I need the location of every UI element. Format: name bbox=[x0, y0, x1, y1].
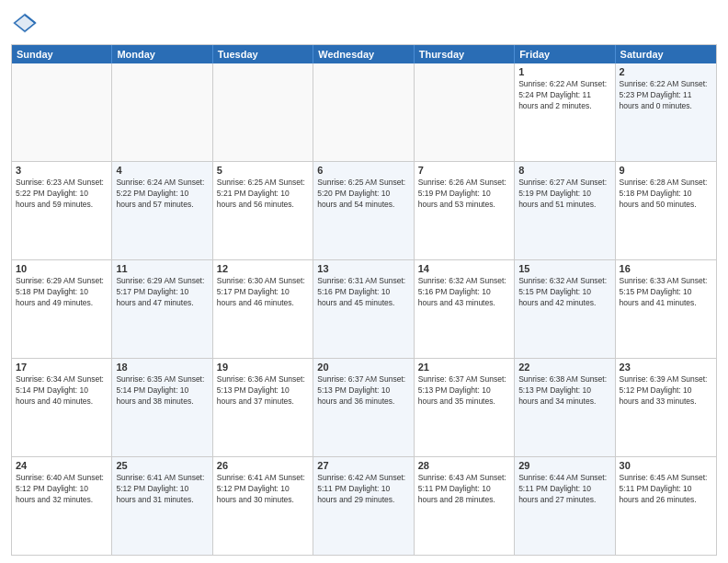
calendar-cell: 15Sunrise: 6:32 AM Sunset: 5:15 PM Dayli… bbox=[515, 260, 615, 358]
calendar-body: 1Sunrise: 6:22 AM Sunset: 5:24 PM Daylig… bbox=[12, 63, 716, 555]
day-number: 18 bbox=[116, 362, 208, 373]
day-number: 11 bbox=[116, 263, 208, 274]
cell-detail: Sunrise: 6:38 AM Sunset: 5:13 PM Dayligh… bbox=[518, 374, 610, 408]
day-number: 4 bbox=[116, 165, 208, 176]
day-number: 3 bbox=[16, 165, 108, 176]
calendar-cell: 11Sunrise: 6:29 AM Sunset: 5:17 PM Dayli… bbox=[112, 260, 212, 358]
calendar-header: SundayMondayTuesdayWednesdayThursdayFrid… bbox=[12, 45, 716, 63]
day-number: 2 bbox=[620, 66, 712, 77]
calendar-cell: 24Sunrise: 6:40 AM Sunset: 5:12 PM Dayli… bbox=[12, 457, 112, 555]
empty-cell bbox=[112, 63, 212, 161]
cell-detail: Sunrise: 6:29 AM Sunset: 5:18 PM Dayligh… bbox=[16, 276, 108, 309]
day-number: 16 bbox=[620, 263, 712, 274]
day-number: 25 bbox=[116, 460, 208, 471]
weekday-header: Tuesday bbox=[213, 45, 313, 63]
day-number: 12 bbox=[217, 263, 309, 274]
weekday-header: Sunday bbox=[12, 45, 112, 63]
day-number: 13 bbox=[317, 263, 409, 274]
day-number: 6 bbox=[317, 165, 409, 176]
calendar-row: 3Sunrise: 6:23 AM Sunset: 5:22 PM Daylig… bbox=[12, 161, 716, 259]
day-number: 28 bbox=[418, 460, 510, 471]
empty-cell bbox=[213, 63, 313, 161]
calendar-cell: 21Sunrise: 6:37 AM Sunset: 5:13 PM Dayli… bbox=[415, 359, 515, 456]
weekday-header: Monday bbox=[112, 45, 212, 63]
calendar-cell: 13Sunrise: 6:31 AM Sunset: 5:16 PM Dayli… bbox=[313, 260, 414, 358]
calendar-cell: 9Sunrise: 6:28 AM Sunset: 5:18 PM Daylig… bbox=[616, 162, 716, 259]
cell-detail: Sunrise: 6:43 AM Sunset: 5:11 PM Dayligh… bbox=[418, 473, 510, 506]
weekday-header: Thursday bbox=[415, 45, 515, 63]
empty-cell bbox=[12, 63, 112, 161]
day-number: 10 bbox=[16, 263, 108, 274]
cell-detail: Sunrise: 6:41 AM Sunset: 5:12 PM Dayligh… bbox=[217, 473, 309, 506]
cell-detail: Sunrise: 6:36 AM Sunset: 5:13 PM Dayligh… bbox=[217, 374, 309, 408]
calendar-cell: 2Sunrise: 6:22 AM Sunset: 5:23 PM Daylig… bbox=[616, 63, 716, 161]
day-number: 24 bbox=[16, 460, 108, 471]
logo bbox=[11, 9, 42, 37]
cell-detail: Sunrise: 6:33 AM Sunset: 5:15 PM Dayligh… bbox=[620, 276, 712, 309]
weekday-header: Saturday bbox=[616, 45, 716, 63]
day-number: 14 bbox=[418, 263, 510, 274]
calendar-cell: 18Sunrise: 6:35 AM Sunset: 5:14 PM Dayli… bbox=[112, 359, 212, 456]
day-number: 17 bbox=[16, 362, 108, 373]
calendar-cell: 29Sunrise: 6:44 AM Sunset: 5:11 PM Dayli… bbox=[515, 457, 615, 555]
calendar-cell: 16Sunrise: 6:33 AM Sunset: 5:15 PM Dayli… bbox=[616, 260, 716, 358]
cell-detail: Sunrise: 6:22 AM Sunset: 5:23 PM Dayligh… bbox=[620, 79, 712, 112]
cell-detail: Sunrise: 6:37 AM Sunset: 5:13 PM Dayligh… bbox=[317, 374, 409, 408]
calendar-cell: 1Sunrise: 6:22 AM Sunset: 5:24 PM Daylig… bbox=[515, 63, 615, 161]
cell-detail: Sunrise: 6:25 AM Sunset: 5:21 PM Dayligh… bbox=[217, 178, 309, 211]
cell-detail: Sunrise: 6:27 AM Sunset: 5:19 PM Dayligh… bbox=[518, 178, 610, 211]
calendar-cell: 20Sunrise: 6:37 AM Sunset: 5:13 PM Dayli… bbox=[313, 359, 414, 456]
cell-detail: Sunrise: 6:34 AM Sunset: 5:14 PM Dayligh… bbox=[16, 374, 108, 408]
calendar-cell: 12Sunrise: 6:30 AM Sunset: 5:17 PM Dayli… bbox=[213, 260, 313, 358]
calendar-cell: 19Sunrise: 6:36 AM Sunset: 5:13 PM Dayli… bbox=[213, 359, 313, 456]
day-number: 27 bbox=[317, 460, 409, 471]
cell-detail: Sunrise: 6:40 AM Sunset: 5:12 PM Dayligh… bbox=[16, 473, 108, 506]
calendar-cell: 14Sunrise: 6:32 AM Sunset: 5:16 PM Dayli… bbox=[415, 260, 515, 358]
weekday-header: Wednesday bbox=[313, 45, 414, 63]
cell-detail: Sunrise: 6:39 AM Sunset: 5:12 PM Dayligh… bbox=[620, 374, 712, 408]
empty-cell bbox=[415, 63, 515, 161]
calendar-cell: 4Sunrise: 6:24 AM Sunset: 5:22 PM Daylig… bbox=[112, 162, 212, 259]
day-number: 20 bbox=[317, 362, 409, 373]
calendar-cell: 5Sunrise: 6:25 AM Sunset: 5:21 PM Daylig… bbox=[213, 162, 313, 259]
calendar-cell: 7Sunrise: 6:26 AM Sunset: 5:19 PM Daylig… bbox=[415, 162, 515, 259]
calendar-cell: 23Sunrise: 6:39 AM Sunset: 5:12 PM Dayli… bbox=[616, 359, 716, 456]
cell-detail: Sunrise: 6:32 AM Sunset: 5:15 PM Dayligh… bbox=[518, 276, 610, 309]
day-number: 19 bbox=[217, 362, 309, 373]
calendar-row: 17Sunrise: 6:34 AM Sunset: 5:14 PM Dayli… bbox=[12, 358, 716, 456]
calendar-cell: 10Sunrise: 6:29 AM Sunset: 5:18 PM Dayli… bbox=[12, 260, 112, 358]
cell-detail: Sunrise: 6:42 AM Sunset: 5:11 PM Dayligh… bbox=[317, 473, 409, 506]
cell-detail: Sunrise: 6:28 AM Sunset: 5:18 PM Dayligh… bbox=[620, 178, 712, 211]
calendar-cell: 22Sunrise: 6:38 AM Sunset: 5:13 PM Dayli… bbox=[515, 359, 615, 456]
page: SundayMondayTuesdayWednesdayThursdayFrid… bbox=[0, 0, 728, 563]
logo-icon bbox=[11, 9, 39, 37]
calendar-cell: 8Sunrise: 6:27 AM Sunset: 5:19 PM Daylig… bbox=[515, 162, 615, 259]
cell-detail: Sunrise: 6:37 AM Sunset: 5:13 PM Dayligh… bbox=[418, 374, 510, 408]
cell-detail: Sunrise: 6:41 AM Sunset: 5:12 PM Dayligh… bbox=[116, 473, 208, 506]
day-number: 5 bbox=[217, 165, 309, 176]
empty-cell bbox=[313, 63, 414, 161]
cell-detail: Sunrise: 6:32 AM Sunset: 5:16 PM Dayligh… bbox=[418, 276, 510, 309]
calendar-cell: 6Sunrise: 6:25 AM Sunset: 5:20 PM Daylig… bbox=[313, 162, 414, 259]
calendar-row: 10Sunrise: 6:29 AM Sunset: 5:18 PM Dayli… bbox=[12, 259, 716, 358]
day-number: 8 bbox=[518, 165, 610, 176]
cell-detail: Sunrise: 6:35 AM Sunset: 5:14 PM Dayligh… bbox=[116, 374, 208, 408]
cell-detail: Sunrise: 6:31 AM Sunset: 5:16 PM Dayligh… bbox=[317, 276, 409, 309]
calendar-cell: 27Sunrise: 6:42 AM Sunset: 5:11 PM Dayli… bbox=[313, 457, 414, 555]
day-number: 7 bbox=[418, 165, 510, 176]
cell-detail: Sunrise: 6:26 AM Sunset: 5:19 PM Dayligh… bbox=[418, 178, 510, 211]
calendar-cell: 30Sunrise: 6:45 AM Sunset: 5:11 PM Dayli… bbox=[616, 457, 716, 555]
day-number: 26 bbox=[217, 460, 309, 471]
header bbox=[11, 9, 717, 37]
day-number: 15 bbox=[518, 263, 610, 274]
day-number: 1 bbox=[518, 66, 610, 77]
calendar-cell: 26Sunrise: 6:41 AM Sunset: 5:12 PM Dayli… bbox=[213, 457, 313, 555]
day-number: 23 bbox=[620, 362, 712, 373]
cell-detail: Sunrise: 6:23 AM Sunset: 5:22 PM Dayligh… bbox=[16, 178, 108, 211]
day-number: 22 bbox=[518, 362, 610, 373]
cell-detail: Sunrise: 6:25 AM Sunset: 5:20 PM Dayligh… bbox=[317, 178, 409, 211]
cell-detail: Sunrise: 6:44 AM Sunset: 5:11 PM Dayligh… bbox=[518, 473, 610, 506]
calendar-cell: 25Sunrise: 6:41 AM Sunset: 5:12 PM Dayli… bbox=[112, 457, 212, 555]
cell-detail: Sunrise: 6:30 AM Sunset: 5:17 PM Dayligh… bbox=[217, 276, 309, 309]
calendar-cell: 17Sunrise: 6:34 AM Sunset: 5:14 PM Dayli… bbox=[12, 359, 112, 456]
